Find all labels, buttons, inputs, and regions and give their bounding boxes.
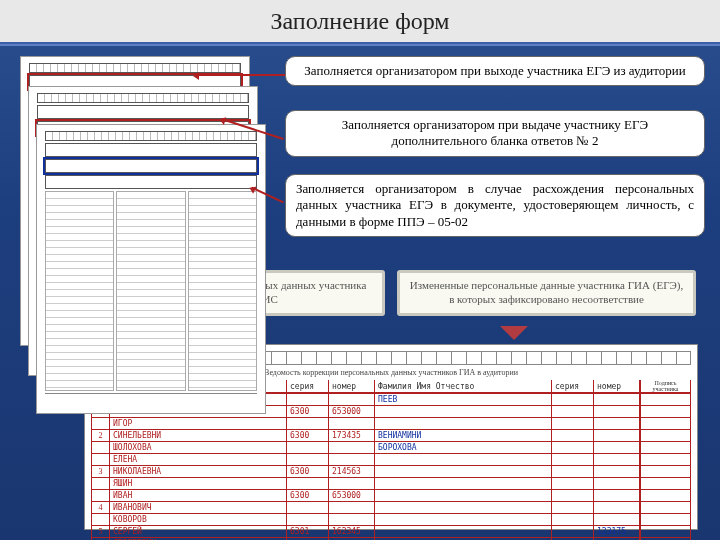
callout-3: Заполняется организатором в случае расхо… <box>285 174 705 237</box>
form-page-3 <box>36 124 266 414</box>
callout-1: Заполняется организатором при выходе уча… <box>285 56 705 86</box>
callout-3-text: Заполняется организатором в случае расхо… <box>296 181 694 230</box>
table-row: 5СЕРГЕЙ6301162345123175 <box>91 526 691 538</box>
table-row: ИГОР <box>91 418 691 430</box>
table-row: КОВОРОВ <box>91 514 691 526</box>
content: Заполняется организатором при выходе уча… <box>0 44 720 540</box>
table-row: 2СИНЕЛЬЕВНИ6300173435ВЕНИАМИНИ <box>91 430 691 442</box>
table-row: ЕЛЕНА <box>91 454 691 466</box>
down-arrow-2 <box>500 326 528 340</box>
tab-right: Измененные персональные данные участника… <box>397 270 696 316</box>
page-title: Заполнение форм <box>270 8 449 35</box>
table-row: ИВАН6300653000 <box>91 490 691 502</box>
callout-2: Заполняется организатором при выдаче уча… <box>285 110 705 157</box>
title-bar: Заполнение форм <box>0 0 720 44</box>
table-row: ЯШИН <box>91 478 691 490</box>
table-row: 4ИВАНОВИЧ <box>91 502 691 514</box>
arrow-1 <box>195 74 285 76</box>
table-row: 3НИКОЛАЕВНА6300214563 <box>91 466 691 478</box>
table-row: ШОЛОХОВАБОРОХОВА <box>91 442 691 454</box>
